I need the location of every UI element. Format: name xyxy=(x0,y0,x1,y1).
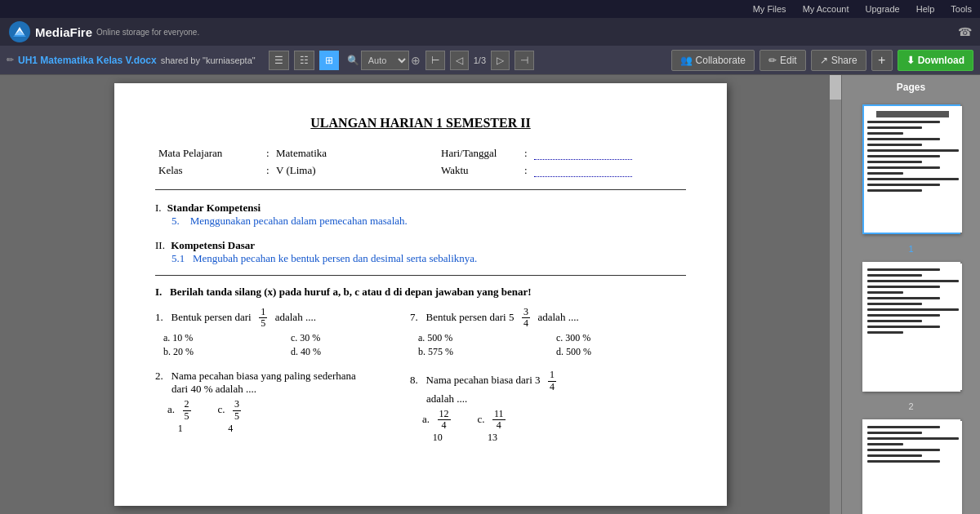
q8-frac-a: 12 4 xyxy=(438,409,451,431)
nav-next-button[interactable]: ▷ xyxy=(491,51,510,70)
edit-label: Edit xyxy=(780,55,797,66)
q1-text: 1. Bentuk persen dari 1 5 adalah .... xyxy=(155,307,410,329)
nav-tools[interactable]: Tools xyxy=(951,4,972,14)
logo[interactable]: MediaFire Online storage for everyone. xyxy=(8,20,199,43)
nav-help[interactable]: Help xyxy=(916,4,935,14)
view-grid-button[interactable]: ☷ xyxy=(294,51,314,70)
edit-pencil-icon: ✏ xyxy=(7,55,14,65)
page-1-number: 1 xyxy=(908,244,913,254)
questions-left-column: 1. Bentuk persen dari 1 5 adalah .... a.… xyxy=(155,307,410,455)
question-8: 8. Nama pecahan biasa dari 3 1 4 adalah … xyxy=(410,370,686,444)
q1-opt-c: c. 30 % xyxy=(291,332,410,344)
plus-button[interactable]: + xyxy=(871,50,893,71)
questions-right-column: 7. Bentuk persen dari 5 3 4 adalah .... … xyxy=(410,307,686,455)
share-label: Share xyxy=(831,55,858,66)
edit-button[interactable]: ✏ Edit xyxy=(760,50,806,71)
brand-tagline: Online storage for everyone. xyxy=(96,28,199,37)
document-scroll[interactable]: ULANGAN HARIAN 1 SEMESTER II Mata Pelaja… xyxy=(0,75,841,514)
waktu-value xyxy=(534,163,632,177)
kelas-value: V (Lima) xyxy=(274,162,438,178)
q1-fraction: 1 5 xyxy=(259,307,267,329)
q8-num: 8. xyxy=(410,374,418,386)
q7-fraction: 3 4 xyxy=(522,307,530,329)
download-label: Download xyxy=(918,55,964,66)
zoom-area: 🔍 Auto 50% 75% 100% 125% ⊕ xyxy=(347,51,421,70)
logo-bar: MediaFire Online storage for everyone. ☎ xyxy=(0,18,980,46)
q7-opt-c: c. 300 % xyxy=(556,332,686,344)
hari-value xyxy=(534,146,632,160)
nav-last-button[interactable]: ⊣ xyxy=(514,51,534,70)
download-button[interactable]: ⬇ Download xyxy=(898,50,973,71)
top-navigation: My Files My Account Upgrade Help Tools xyxy=(0,0,980,18)
q1-opt-b: b. 20 % xyxy=(163,346,283,358)
q8-text: 8. Nama pecahan biasa dari 3 1 4 xyxy=(410,370,686,392)
q7-num: 7. xyxy=(410,311,418,323)
page-indicator: 1/3 xyxy=(474,55,486,65)
collaborate-label: Collaborate xyxy=(696,55,746,66)
main-area: ULANGAN HARIAN 1 SEMESTER II Mata Pelaja… xyxy=(0,75,980,514)
document-title: ULANGAN HARIAN 1 SEMESTER II xyxy=(155,116,686,131)
standar-kompetensi-section: I. Standar Kompetensi 5. Menggunakan pec… xyxy=(155,202,686,228)
divider-2 xyxy=(155,275,686,276)
collaborate-button[interactable]: 👥 Collaborate xyxy=(671,50,755,71)
page-thumb-2[interactable] xyxy=(862,262,960,392)
view-page-button[interactable]: ⊞ xyxy=(319,51,339,70)
questions-grid: 1. Bentuk persen dari 1 5 adalah .... a.… xyxy=(155,307,686,455)
zoom-select[interactable]: Auto 50% 75% 100% 125% xyxy=(361,51,409,70)
questions-header: I. Berilah tanda silang (x) pada huruf a… xyxy=(155,286,686,299)
page-thumb-1[interactable] xyxy=(862,104,960,234)
nav-first-button[interactable]: ⊢ xyxy=(425,51,445,70)
document-viewer: ULANGAN HARIAN 1 SEMESTER II Mata Pelaja… xyxy=(0,75,841,514)
q2-options: a. 2 5 1 c. xyxy=(167,399,410,434)
q8-frac-c: 11 4 xyxy=(492,409,506,431)
document-info-table: Mata Pelajaran : Matematika Hari/Tanggal… xyxy=(155,144,686,179)
toolbar: ✏ UH1 Matematika Kelas V.docx shared by … xyxy=(0,46,980,75)
waktu-label: Waktu xyxy=(439,162,521,178)
brand-name: MediaFire xyxy=(35,25,92,39)
nav-my-files[interactable]: My Files xyxy=(753,4,786,14)
q7-options: a. 500 % c. 300 % b. 575 % d. 500 % xyxy=(418,332,686,358)
zoom-in-icon[interactable]: ⊕ xyxy=(411,54,421,67)
share-icon: ↗ xyxy=(820,55,828,66)
pages-panel: Pages 1 xyxy=(841,75,980,514)
q2-text: 2. Nama pecahan biasa yang paling sederh… xyxy=(155,370,410,383)
collaborate-icon: 👥 xyxy=(680,55,693,66)
q7-text: 7. Bentuk persen dari 5 3 4 adalah .... xyxy=(410,307,686,329)
nav-my-account[interactable]: My Account xyxy=(803,4,849,14)
mata-pelajaran-value: Matematika xyxy=(274,145,438,161)
q1-opt-a: a. 10 % xyxy=(163,332,283,344)
standar-content: 5. Menggunakan pecahan dalam pemecahan m… xyxy=(172,215,686,228)
hari-label: Hari/Tanggal xyxy=(439,145,521,161)
q2-frac-a: 2 5 xyxy=(183,399,191,421)
scrollbar-track[interactable] xyxy=(830,75,841,514)
mediafire-logo-icon xyxy=(8,20,31,43)
q8-options: a. 12 4 10 c. xyxy=(422,409,686,444)
kompetensi-content: 5.1 Mengubah pecahan ke bentuk persen da… xyxy=(172,252,686,265)
file-info: ✏ UH1 Matematika Kelas V.docx shared by … xyxy=(7,55,256,66)
question-2: 2. Nama pecahan biasa yang paling sederh… xyxy=(155,370,410,434)
shared-by-label: shared by "kurniasepta" xyxy=(161,55,256,65)
q7-opt-d: d. 500 % xyxy=(556,346,686,358)
kompetensi-dasar-section: II. Kompetensi Dasar 5.1 Mengubah pecaha… xyxy=(155,239,686,265)
q2-frac-c: 3 5 xyxy=(233,399,241,421)
nav-prev-button[interactable]: ◁ xyxy=(450,51,469,70)
download-icon: ⬇ xyxy=(906,55,915,66)
view-list-button[interactable]: ☰ xyxy=(269,51,289,70)
divider-1 xyxy=(155,189,686,190)
kelas-label: Kelas xyxy=(157,162,263,178)
q7-opt-a: a. 500 % xyxy=(418,332,548,344)
filename-label: UH1 Matematika Kelas V.docx xyxy=(18,55,157,66)
pages-panel-title: Pages xyxy=(897,82,925,93)
page-2-number: 2 xyxy=(908,401,913,411)
nav-upgrade[interactable]: Upgrade xyxy=(865,4,899,14)
question-1: 1. Bentuk persen dari 1 5 adalah .... a.… xyxy=(155,307,410,358)
page-thumb-3[interactable] xyxy=(862,419,960,514)
q7-opt-b: b. 575 % xyxy=(418,346,548,358)
q1-opt-d: d. 40 % xyxy=(291,346,410,358)
q1-num: 1. xyxy=(155,311,163,323)
q8-fraction: 1 4 xyxy=(548,370,556,392)
scrollbar-thumb[interactable] xyxy=(830,75,841,100)
zoom-search-icon: 🔍 xyxy=(347,55,359,66)
share-button[interactable]: ↗ Share xyxy=(811,50,866,71)
q1-options: a. 10 % c. 30 % b. 20 % d. 40 % xyxy=(163,332,410,358)
